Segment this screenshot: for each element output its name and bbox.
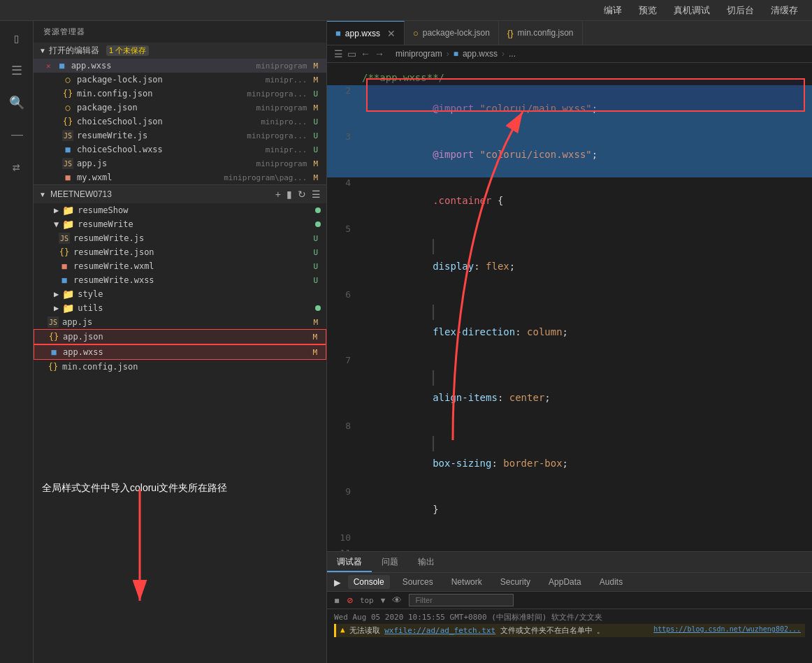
filter-input[interactable] bbox=[409, 594, 514, 606]
menu-icon[interactable]: ☰ bbox=[7, 60, 27, 80]
source-control-icon[interactable]: ⸻ bbox=[7, 124, 27, 144]
folder-resumewrite[interactable]: ▼ 📁 resumeWrite bbox=[34, 217, 326, 231]
tab-label: package-lock.json bbox=[423, 28, 490, 38]
arrow-icon: ▼ bbox=[54, 219, 59, 229]
file-appjs[interactable]: JS app.js M bbox=[34, 315, 326, 329]
open-file-choicewxss[interactable]: ■ choiceSchool.wxss minipr... U bbox=[34, 143, 326, 156]
devtools-tab-console[interactable]: Console bbox=[348, 575, 390, 589]
toolbar-debug[interactable]: 真机调试 bbox=[674, 4, 710, 17]
tab-packagelock[interactable]: ○ package-lock.json bbox=[405, 21, 499, 45]
file-resumewritejson[interactable]: {} resumeWrite.json U bbox=[34, 245, 326, 259]
open-file-mywxml[interactable]: ■ my.wxml miniprogram\pag... M bbox=[34, 170, 326, 184]
file-badge: U bbox=[310, 89, 321, 99]
dropdown-arrow[interactable]: ▼ bbox=[381, 596, 386, 605]
panel-tabs: 调试器 问题 输出 bbox=[327, 552, 812, 573]
warning-icon: ▲ bbox=[340, 625, 345, 634]
bookmark-icon[interactable]: ▭ bbox=[347, 48, 356, 59]
devtools-tab-network[interactable]: Network bbox=[446, 575, 488, 589]
filename: app.json bbox=[63, 332, 306, 342]
json-brace-icon: {} bbox=[48, 361, 59, 372]
warning-link[interactable]: wxfile://ad/ad_fetch.txt bbox=[384, 626, 495, 635]
menu-icon[interactable]: ☰ bbox=[334, 48, 343, 59]
arrow-icon: ▶ bbox=[54, 303, 59, 313]
code-editor[interactable]: /**app.wxss**/ 2 @import "colorui/main.w… bbox=[327, 63, 812, 551]
copy-icon[interactable]: ▯ bbox=[7, 28, 27, 48]
close-file-icon[interactable]: ✕ bbox=[46, 61, 51, 71]
folder-style[interactable]: ▶ 📁 style bbox=[34, 287, 326, 301]
tab-close-icon[interactable]: ✕ bbox=[387, 28, 396, 39]
folder-resumeshow[interactable]: ▶ 📁 resumeShow bbox=[34, 203, 326, 217]
folder-utils[interactable]: ▶ 📁 utils bbox=[34, 301, 326, 315]
filename: app.wxss bbox=[63, 347, 306, 357]
toolbar-preview[interactable]: 预览 bbox=[639, 4, 657, 17]
new-file-icon[interactable]: + bbox=[275, 189, 281, 200]
devtools-tab-appdata[interactable]: AppData bbox=[543, 575, 587, 589]
file-minconfig[interactable]: {} min.config.json bbox=[34, 360, 326, 374]
wxml-icon: ■ bbox=[62, 172, 73, 183]
panel-tab-problems[interactable]: 问题 bbox=[372, 552, 408, 572]
search-icon[interactable]: 🔍 bbox=[7, 92, 27, 112]
open-file-appjs[interactable]: JS app.js miniprogram M bbox=[34, 156, 326, 170]
open-file-package[interactable]: ○ package.json miniprogram M bbox=[34, 101, 326, 115]
tab-appwxss[interactable]: ■ app.wxss ✕ bbox=[327, 21, 405, 45]
cursor-icon[interactable]: ▶ bbox=[334, 576, 341, 589]
stop-icon[interactable]: ⊘ bbox=[347, 595, 352, 606]
open-file-packagelock[interactable]: ○ package-lock.json minipr... M bbox=[34, 73, 326, 87]
toolbar-clear-cache[interactable]: 清缓存 bbox=[771, 4, 798, 17]
tab-minconfig[interactable]: {} min.config.json bbox=[499, 21, 583, 45]
project-header[interactable]: ▼ MEETNEW0713 + ▮ ↻ ☰ bbox=[34, 184, 326, 203]
back-icon[interactable]: ← bbox=[361, 48, 370, 59]
panel-tab-debugger[interactable]: 调试器 bbox=[327, 552, 372, 572]
arrow-icon: ▶ bbox=[54, 289, 59, 299]
code-line-9: 9 } bbox=[327, 486, 812, 532]
code-line-8: 8 box-sizing: border-box; bbox=[327, 421, 812, 486]
panel-tab-output[interactable]: 输出 bbox=[408, 552, 444, 572]
status-dot bbox=[315, 305, 321, 311]
filename: min.config.json bbox=[77, 89, 241, 99]
open-file-minconfig[interactable]: {} min.config.json miniprogra... U bbox=[34, 87, 326, 101]
open-editors-label: 打开的编辑器 bbox=[49, 45, 99, 57]
devtools-tab-security[interactable]: Security bbox=[495, 575, 536, 589]
wxss-icon: ■ bbox=[59, 275, 70, 286]
filename: app.wxss bbox=[71, 61, 251, 71]
filename: package-lock.json bbox=[77, 75, 260, 85]
file-resumewritejs[interactable]: JS resumeWrite.js U bbox=[34, 231, 326, 245]
new-folder-icon[interactable]: ▮ bbox=[287, 189, 292, 200]
wxml-icon: ■ bbox=[59, 261, 70, 272]
folder-icon: 📁 bbox=[62, 205, 74, 216]
open-file-choiceschool[interactable]: {} choiceSchool.json minipro... U bbox=[34, 115, 326, 129]
folder-icon: 📁 bbox=[62, 303, 74, 314]
open-file-appwxss[interactable]: ✕ ■ app.wxss miniprogram M bbox=[34, 59, 326, 73]
line-content: @import "colorui/main.wxss"; bbox=[362, 85, 812, 131]
bottom-panel: 调试器 问题 输出 ▶ Console Sources Network Secu… bbox=[327, 551, 812, 663]
folder-icon: 📁 bbox=[62, 219, 74, 230]
devtools-bar: ▶ Console Sources Network Security AppDa… bbox=[327, 573, 812, 592]
filename: app.js bbox=[62, 317, 307, 327]
source-link[interactable]: https://blog.csdn.net/wuzheng802... bbox=[653, 625, 801, 633]
open-editors-header[interactable]: ▼ 打开的编辑器 1 个未保存 bbox=[34, 43, 326, 59]
toolbar-compile[interactable]: 编译 bbox=[604, 4, 622, 17]
file-resumewritewxml[interactable]: ■ resumeWrite.wxml U bbox=[34, 259, 326, 273]
file-resumewritewxss[interactable]: ■ resumeWrite.wxss U bbox=[34, 273, 326, 287]
folder-name: resumeShow bbox=[78, 205, 128, 215]
file-appwxss[interactable]: ■ app.wxss M bbox=[34, 344, 326, 360]
block-icon[interactable]: ◾ bbox=[334, 595, 340, 606]
line-content: box-sizing: border-box; bbox=[362, 421, 812, 486]
filename: package.json bbox=[77, 103, 251, 112]
file-badge: U bbox=[310, 262, 321, 271]
refresh-icon[interactable]: ↻ bbox=[298, 189, 306, 200]
eye-icon[interactable]: 👁 bbox=[392, 595, 402, 606]
forward-icon[interactable]: → bbox=[375, 48, 384, 59]
breadcrumb-sep2: › bbox=[502, 49, 505, 59]
collapse-icon[interactable]: ☰ bbox=[312, 189, 321, 200]
toolbar-background[interactable]: 切后台 bbox=[727, 4, 754, 17]
devtools-tab-audits[interactable]: Audits bbox=[594, 575, 628, 589]
devtools-tab-sources[interactable]: Sources bbox=[397, 575, 439, 589]
file-badge: M bbox=[310, 103, 321, 112]
tab-label: min.config.json bbox=[518, 28, 574, 38]
project-actions: + ▮ ↻ ☰ bbox=[275, 189, 321, 200]
transfer-icon[interactable]: ⇄ bbox=[7, 156, 27, 176]
file-appjson[interactable]: {} app.json M bbox=[34, 329, 326, 344]
open-file-resumewrite[interactable]: JS resumeWrite.js miniprogra... U bbox=[34, 129, 326, 143]
filename: min.config.json bbox=[62, 362, 321, 372]
